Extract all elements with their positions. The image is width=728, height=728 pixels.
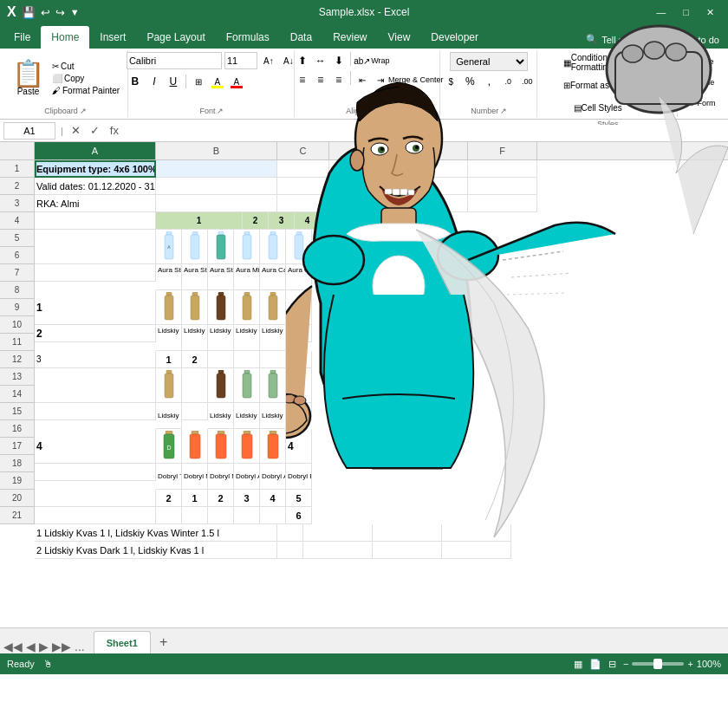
tab-page-layout[interactable]: Page Layout: [136, 26, 215, 49]
cell-f8[interactable]: Lidskiy Kvas 1.5 l: [260, 325, 286, 351]
cell-d5[interactable]: [208, 230, 234, 264]
cell-c4[interactable]: 2: [243, 212, 269, 230]
customize-qat-icon[interactable]: ▼: [70, 7, 80, 17]
align-bottom-button[interactable]: ⬇: [330, 52, 348, 69]
increase-font-button[interactable]: A↑: [260, 52, 277, 69]
cell-d14[interactable]: 2: [208, 490, 234, 507]
sheet-nav-forward[interactable]: ▶▶: [52, 640, 71, 653]
cell-c5[interactable]: [182, 230, 208, 264]
cell-f9[interactable]: [260, 351, 286, 368]
cell-f17[interactable]: [442, 542, 511, 559]
row-hdr-10[interactable]: 10: [0, 316, 35, 334]
cell-c12[interactable]: [182, 429, 208, 464]
insert-cells-button[interactable]: ⊞ Inse: [682, 52, 721, 71]
cell-d15[interactable]: [208, 507, 234, 524]
cell-g5[interactable]: [286, 230, 312, 264]
cell-a9[interactable]: 3: [35, 351, 156, 368]
cell-c11[interactable]: [182, 403, 208, 420]
merge-center-button[interactable]: Merge & Center: [390, 71, 442, 88]
save-icon[interactable]: 💾: [22, 6, 36, 19]
cell-g9[interactable]: 2: [286, 351, 312, 368]
row-hdr-16[interactable]: 16: [0, 420, 35, 438]
cut-button[interactable]: ✂ Cut: [49, 61, 122, 72]
cell-f7[interactable]: [260, 290, 286, 325]
cell-c2[interactable]: [277, 178, 329, 195]
cell-a14[interactable]: [35, 490, 156, 507]
cell-g6[interactable]: Aura Carbonated 0.5 l: [286, 264, 312, 290]
tab-formulas[interactable]: Formulas: [216, 26, 280, 49]
tab-view[interactable]: View: [378, 26, 421, 49]
close-button[interactable]: ✕: [699, 5, 721, 20]
cell-e11[interactable]: Lidskiy Kvas Letmiy 1 l: [234, 403, 260, 429]
sheet-nav-back[interactable]: ◀◀: [3, 640, 23, 653]
cell-f15[interactable]: [260, 507, 286, 524]
cell-e9[interactable]: [234, 351, 260, 368]
view-layout-icon[interactable]: 📄: [589, 659, 601, 670]
cell-d4[interactable]: 3: [269, 212, 295, 230]
row-hdr-21[interactable]: 21: [0, 507, 35, 524]
row-hdr-17[interactable]: 17: [0, 438, 35, 455]
cell-d12[interactable]: [208, 429, 234, 464]
cell-a6[interactable]: [35, 264, 156, 282]
cell-d2[interactable]: [329, 178, 399, 195]
cell-b11[interactable]: Lidskiy Kvas 1 l: [156, 403, 182, 429]
zoom-slider[interactable]: − + 100%: [623, 659, 721, 669]
cell-c17[interactable]: [277, 542, 303, 559]
tell-me-input[interactable]: 🔍 Tell me what you want to do: [577, 32, 728, 47]
tab-file[interactable]: File: [3, 26, 41, 49]
number-format-select[interactable]: General Number Currency Percentage: [450, 52, 528, 71]
row-hdr-12[interactable]: 12: [0, 351, 35, 368]
row-hdr-7[interactable]: 7: [0, 264, 35, 282]
cell-c14[interactable]: 1: [182, 490, 208, 507]
cell-f10[interactable]: [260, 368, 286, 403]
col-header-c[interactable]: C: [277, 142, 329, 159]
align-center-button[interactable]: ≡: [312, 71, 329, 88]
cell-b10[interactable]: [156, 368, 182, 403]
cell-e17[interactable]: [373, 542, 442, 559]
maximize-button[interactable]: □: [676, 5, 696, 20]
redo-icon[interactable]: ↪: [55, 6, 65, 19]
cell-d1[interactable]: [329, 160, 399, 178]
number-expand-icon[interactable]: ↗: [500, 107, 507, 115]
view-break-icon[interactable]: ⊟: [608, 659, 616, 670]
cell-f14[interactable]: 4: [260, 490, 286, 507]
cell-c13[interactable]: Dobryl Multifruit juice 1 l: [182, 464, 208, 490]
cell-f12[interactable]: [260, 429, 286, 464]
row-hdr-4[interactable]: 4: [0, 212, 35, 230]
orientation-button[interactable]: ab↗: [354, 52, 371, 69]
col-header-d[interactable]: D: [329, 142, 399, 159]
minimize-button[interactable]: —: [649, 5, 673, 20]
cell-a17[interactable]: 2 Lidskiy Kvas Dark 1 l, Lidskiy Kvas 1 …: [35, 542, 277, 559]
sheet-nav-right[interactable]: ▶: [39, 640, 49, 653]
cell-f11[interactable]: Lidskiy Kvas Letmiy 1.5 l: [260, 403, 286, 429]
cell-a13[interactable]: [35, 464, 156, 481]
cell-e13[interactable]: Dobryl Apple juice 1 l: [234, 464, 260, 490]
cell-g7[interactable]: 1: [286, 290, 312, 325]
cell-a16[interactable]: 1 Lidskiy Kvas 1 l, Lidskiy Kvas Winter …: [35, 524, 277, 542]
cell-b4[interactable]: 1: [156, 212, 243, 230]
cell-g8[interactable]: 2: [286, 325, 312, 342]
tab-home[interactable]: Home: [41, 26, 89, 49]
cell-g4[interactable]: 6: [347, 212, 373, 230]
tab-insert[interactable]: Insert: [89, 26, 136, 49]
cell-b1[interactable]: [156, 160, 277, 178]
row-hdr-11[interactable]: 11: [0, 334, 35, 351]
cell-e14[interactable]: 3: [234, 490, 260, 507]
row-hdr-5[interactable]: 5: [0, 230, 35, 247]
alignment-expand-icon[interactable]: ↗: [382, 107, 389, 115]
cell-a10[interactable]: [35, 368, 156, 403]
align-right-button[interactable]: ≡: [330, 71, 348, 88]
tab-data[interactable]: Data: [280, 26, 322, 49]
conditional-formatting-button[interactable]: ▦ Conditional Formatting: [559, 52, 637, 73]
sheet-tab-1[interactable]: Sheet1: [94, 631, 151, 653]
cell-styles-button[interactable]: ▤ Cell Styles: [559, 97, 637, 118]
cell-c15[interactable]: [182, 507, 208, 524]
tab-developer[interactable]: Developer: [420, 26, 489, 49]
cell-b7[interactable]: [156, 290, 182, 325]
border-button[interactable]: ⊞: [190, 73, 207, 90]
col-header-f[interactable]: F: [468, 142, 537, 159]
copy-button[interactable]: ⬜ Copy: [49, 73, 122, 84]
cell-a2[interactable]: Valid dates: 01.12.2020 - 31.12.2020: [35, 178, 156, 195]
font-size-input[interactable]: [224, 52, 257, 69]
clipboard-expand-icon[interactable]: ↗: [80, 107, 87, 115]
